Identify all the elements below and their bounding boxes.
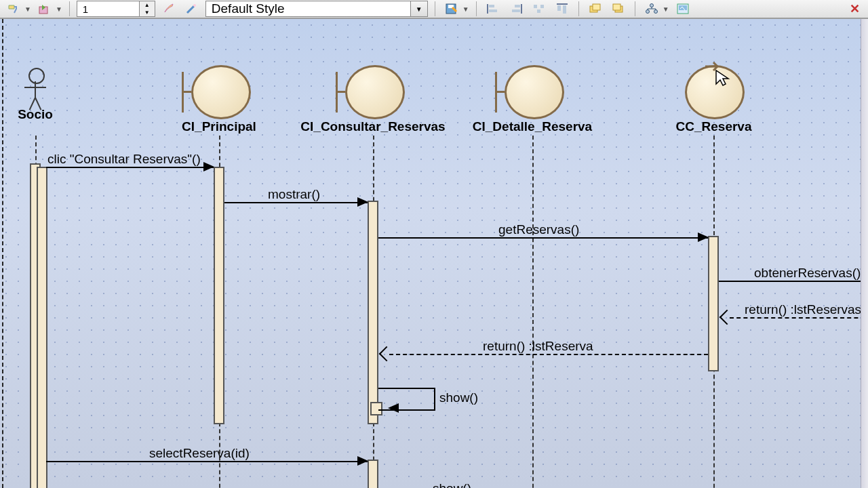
toolbar-separator	[476, 1, 477, 16]
hierarchy-icon	[642, 1, 661, 17]
svg-point-19	[654, 10, 657, 14]
chevron-down-icon: ▼	[56, 5, 62, 13]
activation-bar[interactable]	[708, 236, 719, 371]
arrowhead-icon	[357, 456, 368, 466]
svg-rect-4	[489, 5, 494, 7]
arrowhead-icon	[388, 403, 399, 413]
svg-rect-9	[540, 5, 544, 8]
close-button[interactable]: ✕	[845, 1, 864, 17]
actor-icon	[24, 87, 46, 88]
svg-point-1	[193, 4, 196, 7]
activation-bar[interactable]	[368, 460, 378, 488]
svg-rect-12	[563, 5, 566, 14]
lifeline-label: CI_Detalle_Reserva	[461, 119, 604, 134]
spinner-arrows[interactable]: ▲ ▼	[139, 1, 155, 16]
format-painter-icon	[4, 1, 23, 17]
activation-bar[interactable]	[214, 167, 224, 424]
message-arrow[interactable]	[378, 237, 708, 239]
publish-icon	[35, 1, 54, 17]
svg-rect-10	[537, 9, 540, 13]
svg-rect-11	[557, 5, 561, 11]
brush-button[interactable]	[159, 1, 178, 17]
message-label: return() :lstReservas	[745, 302, 861, 317]
lifeline-label: CI_Principal	[172, 119, 267, 134]
message-label: selectReserva(id)	[149, 446, 250, 461]
svg-rect-5	[489, 9, 497, 12]
svg-rect-7	[512, 9, 520, 12]
spinner-down-icon[interactable]: ▼	[140, 9, 155, 16]
style-combo[interactable]: Default Style ▼	[205, 1, 428, 17]
spinner-up-icon[interactable]: ▲	[140, 1, 155, 9]
toolbar-separator	[578, 1, 579, 16]
message-arrow[interactable]	[719, 281, 868, 282]
message-arrow[interactable]	[730, 317, 868, 319]
message-label: show()	[439, 390, 478, 405]
chevron-down-icon: ▼	[462, 5, 469, 13]
lifeline-cc-reserva[interactable]	[685, 65, 746, 119]
message-label: show()	[433, 481, 471, 488]
image-manager-button[interactable]	[673, 1, 692, 17]
save-edit-icon	[442, 1, 461, 17]
publish-button[interactable]: ▼	[35, 1, 62, 17]
actor-label: Socio	[8, 107, 62, 122]
svg-rect-16	[613, 4, 620, 10]
message-label: return() :lstReserva	[483, 339, 593, 354]
activation-bar[interactable]	[368, 201, 378, 424]
format-painter-button[interactable]: ▼	[4, 1, 31, 17]
diagram-boundary	[2, 19, 4, 488]
hierarchy-button[interactable]: ▼	[642, 1, 669, 17]
toolbar-separator	[635, 1, 635, 16]
message-label: mostrar()	[268, 187, 320, 202]
vertical-scrollbar[interactable]	[861, 19, 868, 488]
arrowhead-icon	[203, 162, 214, 171]
layers-button[interactable]	[586, 1, 605, 17]
svg-rect-6	[515, 5, 520, 7]
lifeline-ci-detalle[interactable]	[495, 65, 570, 119]
lifeline-dash	[532, 136, 534, 488]
svg-rect-8	[534, 5, 537, 8]
message-arrow[interactable]	[224, 202, 368, 203]
message-arrow[interactable]	[389, 354, 708, 355]
save-edit-button[interactable]: ▼	[442, 1, 469, 17]
layers2-button[interactable]	[609, 1, 628, 17]
lifeline-label: CC_Reserva	[665, 119, 763, 134]
message-label: getReservas()	[498, 222, 579, 237]
align-right-button[interactable]	[507, 1, 526, 17]
svg-rect-14	[593, 4, 600, 10]
message-label: clic "Consultar Reservas"()	[47, 152, 201, 167]
chevron-down-icon: ▼	[24, 5, 31, 13]
activation-bar[interactable]	[37, 167, 47, 488]
toolbar-separator	[435, 1, 435, 16]
wand-button[interactable]	[182, 1, 201, 17]
diagram-canvas[interactable]: Socio CI_Principal CI_Consultar_Reservas…	[0, 19, 868, 488]
svg-point-18	[646, 10, 649, 14]
svg-point-17	[650, 4, 653, 7]
actor-icon[interactable]	[28, 68, 45, 84]
arrowhead-icon	[357, 197, 368, 207]
distribute-button[interactable]	[530, 1, 549, 17]
message-arrow[interactable]	[46, 461, 368, 462]
arrowhead-icon	[698, 232, 709, 242]
chevron-down-icon: ▼	[663, 5, 669, 13]
actor-icon	[35, 81, 36, 98]
message-label: obtenerReservas()	[754, 266, 861, 281]
toolbar-separator	[69, 1, 70, 16]
chevron-down-icon[interactable]: ▼	[410, 1, 427, 16]
lifeline-ci-consultar[interactable]	[336, 65, 410, 119]
lifeline-label: CI_Consultar_Reservas	[288, 119, 458, 134]
message-arrow[interactable]	[46, 167, 214, 168]
align-top-button[interactable]	[553, 1, 572, 17]
toolbar: ▼ ▼ 1 ▲ ▼ Default Style ▼ ▼	[0, 0, 868, 19]
lifeline-ci-principal[interactable]	[182, 65, 256, 119]
zoom-spinner[interactable]: 1 ▲ ▼	[77, 1, 155, 17]
zoom-value: 1	[83, 3, 88, 15]
style-value: Default Style	[212, 1, 285, 16]
message-self[interactable]	[378, 388, 435, 411]
align-left-button[interactable]	[484, 1, 502, 17]
